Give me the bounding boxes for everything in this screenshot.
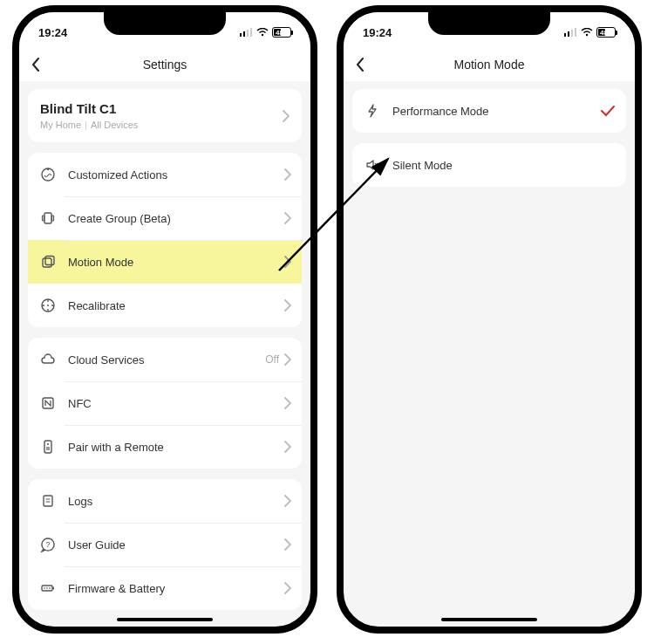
status-time: 19:24: [363, 26, 392, 39]
notch: [428, 12, 550, 35]
svg-rect-7: [44, 213, 51, 223]
svg-rect-3: [250, 28, 252, 37]
row-label: Cloud Services: [68, 353, 265, 367]
chevron-right-icon: [284, 299, 291, 312]
svg-rect-19: [44, 441, 51, 453]
svg-rect-8: [43, 216, 44, 221]
row-label: Create Group (Beta): [68, 212, 284, 225]
row-customized-actions[interactable]: Customized Actions: [28, 153, 302, 196]
svg-rect-23: [44, 496, 52, 506]
row-recalibrate[interactable]: Recalibrate: [28, 284, 302, 327]
row-label: Firmware & Battery: [68, 582, 284, 595]
cloud-icon: [38, 350, 58, 369]
chevron-right-icon: [283, 110, 290, 122]
svg-point-20: [47, 443, 49, 445]
svg-text:?: ?: [45, 540, 50, 549]
phone-settings: 19:24 48 Settings Blind Tilt C1 My Home|…: [12, 5, 317, 634]
status-icons: 48: [564, 27, 616, 38]
chevron-right-icon: [284, 212, 291, 224]
row-logs[interactable]: Logs: [28, 479, 302, 523]
chevron-right-icon: [284, 582, 291, 594]
settings-group-services: Cloud Services Off NFC Pair with a Remot…: [28, 338, 302, 469]
row-label: User Guide: [68, 538, 284, 552]
status-icons: 48: [240, 27, 291, 38]
battery-row-icon: [38, 579, 58, 598]
row-user-guide[interactable]: ? User Guide: [28, 523, 302, 566]
svg-rect-11: [45, 257, 54, 265]
option-label: Silent Mode: [392, 159, 616, 172]
motion-content: Performance Mode Silent Mode: [344, 82, 635, 204]
back-button[interactable]: [31, 58, 40, 72]
row-label: NFC: [68, 397, 284, 410]
svg-rect-35: [575, 28, 576, 37]
row-create-group[interactable]: Create Group (Beta): [28, 196, 302, 240]
row-label: Logs: [68, 495, 284, 508]
option-silent[interactable]: Silent Mode: [352, 143, 626, 187]
row-nfc[interactable]: NFC: [28, 381, 302, 425]
chevron-right-icon: [284, 353, 291, 366]
home-indicator: [441, 618, 537, 621]
bolt-icon: [363, 101, 382, 120]
option-performance[interactable]: Performance Mode: [352, 89, 626, 133]
recal-icon: [38, 296, 58, 315]
chevron-left-icon: [356, 58, 364, 72]
home-indicator: [117, 618, 213, 621]
row-cloud-services[interactable]: Cloud Services Off: [28, 338, 302, 381]
settings-group-info: Logs ? User Guide Firmware & Battery: [28, 479, 302, 610]
navbar-motion: Motion Mode: [344, 47, 635, 82]
page-title: Motion Mode: [454, 58, 525, 72]
device-card[interactable]: Blind Tilt C1 My Home|All Devices: [28, 89, 302, 142]
phone-motion-mode: 19:24 48 Motion Mode Performance Mode: [337, 5, 642, 634]
wifi-icon: [256, 28, 269, 37]
chevron-right-icon: [284, 397, 291, 409]
svg-rect-9: [52, 216, 54, 221]
nfc-icon: [38, 394, 58, 413]
notch: [104, 12, 226, 35]
check-icon: [600, 105, 616, 117]
svg-rect-1: [243, 31, 245, 37]
row-meta: Off: [265, 353, 279, 366]
help-icon: ?: [38, 535, 58, 554]
row-label: Recalibrate: [68, 299, 284, 312]
row-pair-remote[interactable]: Pair with a Remote: [28, 425, 302, 469]
chevron-left-icon: [31, 58, 40, 72]
actions-icon: [38, 165, 58, 184]
chevron-right-icon: [284, 441, 291, 453]
device-subtitle: My Home|All Devices: [40, 120, 138, 130]
chevron-right-icon: [284, 168, 291, 181]
row-firmware-battery[interactable]: Firmware & Battery: [28, 566, 302, 610]
svg-point-36: [586, 34, 588, 36]
page-title: Settings: [143, 58, 187, 72]
row-motion-mode[interactable]: Motion Mode: [28, 240, 302, 284]
signal-icon: [564, 28, 577, 37]
wifi-icon: [581, 28, 593, 37]
svg-point-4: [262, 34, 263, 36]
svg-rect-32: [564, 33, 566, 37]
motion-icon: [38, 252, 58, 271]
svg-rect-2: [247, 30, 249, 37]
settings-group-actions: Customized Actions Create Group (Beta) M…: [28, 153, 302, 327]
chevron-right-icon: [284, 495, 291, 507]
mute-icon: [363, 155, 382, 175]
battery-icon: 48: [272, 27, 291, 38]
svg-rect-0: [240, 33, 242, 37]
option-label: Performance Mode: [392, 105, 600, 118]
svg-point-6: [47, 168, 49, 170]
navbar-settings: Settings: [19, 47, 310, 82]
back-button[interactable]: [356, 58, 364, 72]
chevron-right-icon: [284, 256, 291, 268]
svg-rect-28: [53, 587, 55, 590]
battery-icon: 48: [596, 27, 616, 38]
device-name: Blind Tilt C1: [40, 101, 138, 116]
svg-point-17: [47, 305, 49, 306]
row-label: Pair with a Remote: [68, 441, 284, 454]
settings-content: Blind Tilt C1 My Home|All Devices Custom…: [19, 82, 310, 627]
status-time: 19:24: [38, 26, 67, 39]
remote-icon: [38, 437, 58, 456]
chevron-right-icon: [284, 538, 291, 551]
svg-rect-10: [43, 258, 51, 267]
svg-rect-33: [568, 31, 569, 37]
row-label: Customized Actions: [68, 168, 284, 182]
row-label: Motion Mode: [68, 256, 284, 269]
svg-rect-34: [571, 30, 573, 37]
